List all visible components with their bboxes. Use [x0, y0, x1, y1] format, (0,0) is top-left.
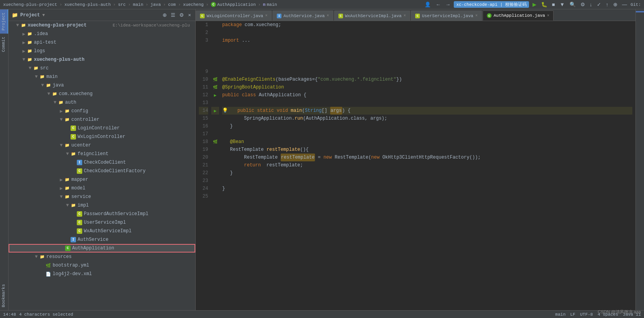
- tree-item-main[interactable]: ▼ 📁 main: [9, 72, 195, 81]
- run-button[interactable]: ▶: [531, 1, 538, 8]
- tab-authsvc-close[interactable]: ×: [327, 14, 329, 18]
- breadcrumb-authapp[interactable]: C AuthApplication: [211, 2, 256, 7]
- code-editor[interactable]: 1 2 3 9 10 11 12 13 14 15 16 17 18 19 20…: [196, 21, 635, 310]
- breadcrumb-com[interactable]: com: [168, 2, 176, 7]
- encoding-label[interactable]: UTF-8: [580, 312, 593, 317]
- breadcrumb-project[interactable]: xuecheng-plus-project: [3, 2, 57, 7]
- git-label: Git:: [631, 2, 641, 7]
- panel-close-icon[interactable]: ×: [187, 12, 192, 18]
- line-separator-label[interactable]: LF: [570, 312, 575, 317]
- tab-usersvc-close[interactable]: ×: [475, 14, 478, 18]
- log4j2-xml-icon: 📄: [45, 271, 51, 277]
- tree-item-resources[interactable]: ▼ 📁 resources: [9, 253, 195, 261]
- tree-item-logincontroller[interactable]: ▶ C LoginController: [9, 124, 195, 132]
- tree-item-authapplication[interactable]: ▶ C AuthApplication: [9, 244, 195, 253]
- tab-userserviceimpl[interactable]: C UserServiceImpl.java ×: [411, 11, 482, 21]
- tree-item-idea[interactable]: ▶ 📁 .idea: [9, 30, 195, 38]
- stop-button[interactable]: ■: [551, 1, 556, 8]
- settings-icon[interactable]: ⚙: [579, 1, 586, 8]
- vcs-history[interactable]: ⊕: [612, 1, 619, 8]
- wxlogin-controller-icon: C: [70, 134, 76, 140]
- tree-item-model[interactable]: ▶ 📁 model: [9, 184, 195, 193]
- project-tree[interactable]: ▼ 📁 xuecheng-plus-project E:\idea-worksp…: [9, 21, 195, 310]
- vcs-update[interactable]: ↓: [589, 1, 594, 8]
- breadcrumb-main-method[interactable]: m main: [263, 2, 277, 7]
- panel-header: 📁 Project ▼ ⊕ ☰ ⚙ ×: [9, 9, 195, 21]
- tree-item-passwordauthimpl[interactable]: ▶ C PasswordAuthServiceImpl: [9, 210, 195, 218]
- tree-item-apitest[interactable]: ▶ 📁 api-test: [9, 38, 195, 47]
- check-code-client-icon: I: [76, 159, 83, 166]
- tree-item-feignclient[interactable]: ▼ 📁 feignclient: [9, 150, 195, 158]
- tab-wxauth-close[interactable]: ×: [403, 14, 406, 18]
- vcs-push[interactable]: ↑: [605, 1, 610, 8]
- breadcrumb-main[interactable]: main: [133, 2, 143, 7]
- tree-item-checkcodeclientfactory[interactable]: ▶ C CheckCodeClientFactory: [9, 167, 195, 175]
- breadcrumb-src[interactable]: src: [118, 2, 126, 7]
- tree-settings-icon[interactable]: ⚙: [178, 12, 185, 18]
- tree-item-src[interactable]: ▼ 📁 src: [9, 64, 195, 72]
- gutter-bean-18[interactable]: 🌿: [211, 138, 219, 146]
- left-side-panel: Project Commit Bookmarks: [0, 9, 9, 310]
- code-content[interactable]: package com.xuecheng; import ... @Enable…: [219, 21, 635, 310]
- breadcrumb-java[interactable]: java: [150, 2, 161, 7]
- tree-item-userserviceimpl[interactable]: ▶ C UserServiceImpl: [9, 218, 195, 227]
- tree-item-ucenter[interactable]: ▼ 📁 ucenter: [9, 141, 195, 150]
- tree-item-mapper[interactable]: ▶ 📁 mapper: [9, 175, 195, 184]
- code-line-18: @Bean: [222, 138, 632, 146]
- resources-folder-icon: 📁: [39, 254, 45, 260]
- tree-item-auth[interactable]: ▼ 📁 auth: [9, 98, 195, 107]
- vcs-commit[interactable]: ✓: [596, 1, 602, 8]
- minimize-window[interactable]: —: [621, 1, 628, 8]
- panel-title: Project: [20, 12, 40, 18]
- gutter-run-12[interactable]: ▶: [211, 91, 219, 99]
- locate-file-icon[interactable]: ⊕: [161, 12, 168, 18]
- password-auth-impl-icon: C: [76, 211, 83, 217]
- collapse-all-icon[interactable]: ☰: [170, 12, 177, 18]
- tree-item-wxlogincontroller[interactable]: ▶ C WxLoginController: [9, 132, 195, 141]
- bookmarks-panel-toggle[interactable]: Bookmarks: [0, 281, 8, 310]
- navigate-forward-icon[interactable]: →: [444, 1, 451, 8]
- tree-item-controller[interactable]: ▼ 📁 controller: [9, 115, 195, 124]
- debug-button[interactable]: 🐛: [540, 1, 548, 8]
- tree-item-checkcodeclient[interactable]: ▶ I CheckCodeClient: [9, 158, 195, 167]
- tree-item-config[interactable]: ▶ 📁 config: [9, 107, 195, 115]
- apitest-folder-icon: 📁: [27, 39, 33, 46]
- tree-item-com-xuecheng[interactable]: ▼ 📁 com.xuecheng: [9, 90, 195, 98]
- gutter-bean-10[interactable]: 🌿: [211, 76, 219, 83]
- breadcrumb-module[interactable]: xuecheng-plus-auth: [64, 2, 111, 7]
- project-panel-toggle[interactable]: Project: [0, 9, 8, 34]
- tab-usersvc-icon: C: [415, 14, 420, 18]
- code-line-1: package com.xuecheng;: [222, 21, 632, 29]
- tree-item-bootstrap-yml[interactable]: ▶ 🌿 bootstrap.yml: [9, 261, 195, 270]
- tab-authapplication[interactable]: C AuthApplication.java ×: [483, 11, 554, 21]
- tree-item-wxauthimpl[interactable]: ▶ C WxAuthServiceImpl: [9, 227, 195, 235]
- tree-item-java[interactable]: ▼ 📁 java: [9, 81, 195, 90]
- search-everywhere[interactable]: 🔍: [568, 1, 577, 8]
- auth-folder-icon: 📁: [58, 99, 64, 106]
- tab-wxlogincontroller[interactable]: C WxLoginController.java ×: [196, 11, 272, 21]
- git-branch-label[interactable]: main: [555, 312, 565, 317]
- tab-wxauthimpl[interactable]: C WxAuthServiceImpl.java ×: [334, 11, 410, 21]
- tab-authapp-close[interactable]: ×: [547, 14, 549, 18]
- person-icon[interactable]: 👤: [423, 1, 432, 8]
- breadcrumb-xuecheng[interactable]: xuecheng: [183, 2, 204, 7]
- run-config-badge[interactable]: xc-checkcode-api | 校验验证码: [454, 1, 529, 8]
- more-run-options[interactable]: ▼: [559, 1, 566, 8]
- tree-item-impl[interactable]: ▼ 📁 impl: [9, 201, 195, 210]
- tab-wx-close[interactable]: ×: [265, 14, 267, 18]
- toolbar-right: 👤 ← → xc-checkcode-api | 校验验证码 ▶ 🐛 ■ ▼ 🔍…: [423, 1, 641, 8]
- code-line-blank: [222, 44, 632, 68]
- tree-item-log4j2-xml[interactable]: ▶ 📄 log4j2-dev.xml: [9, 270, 195, 278]
- feignclient-folder-icon: 📁: [70, 151, 76, 157]
- tab-authservice[interactable]: I AuthService.java ×: [272, 11, 333, 21]
- code-line-14: 💡 public static void main(String[] args)…: [222, 107, 632, 115]
- navigate-back-icon[interactable]: ←: [434, 1, 442, 8]
- commit-panel-toggle[interactable]: Commit: [0, 34, 8, 55]
- tree-root[interactable]: ▼ 📁 xuecheng-plus-project E:\idea-worksp…: [9, 21, 195, 30]
- tree-item-logs[interactable]: ▶ 📁 logs: [9, 47, 195, 55]
- tree-item-service[interactable]: ▼ 📁 service: [9, 193, 195, 201]
- tree-item-authservice[interactable]: ▶ I AuthService: [9, 235, 195, 244]
- tree-item-auth-module[interactable]: ▼ 📁 xuecheng-plus-auth: [9, 55, 195, 64]
- gutter-run-14[interactable]: ▶: [211, 107, 219, 115]
- gutter-bean-11[interactable]: 🌿: [211, 83, 219, 91]
